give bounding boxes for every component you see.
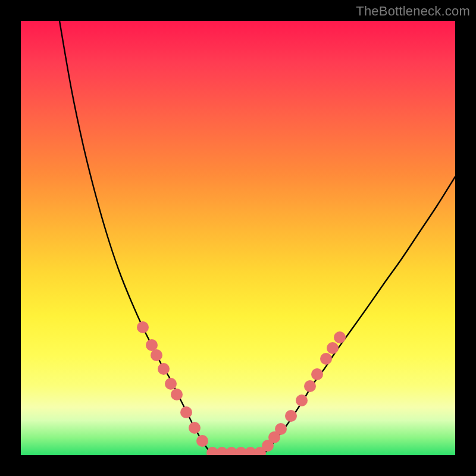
chart-svg <box>21 21 455 455</box>
curve-layer <box>60 21 455 455</box>
outer-frame: TheBottleneck.com <box>0 0 476 476</box>
marker-point <box>158 363 170 375</box>
marker-point <box>146 339 158 351</box>
marker-point <box>137 321 149 333</box>
marker-point <box>275 423 287 435</box>
curve-left-curve <box>60 21 212 455</box>
watermark-text: TheBottleneck.com <box>356 4 470 19</box>
marker-point <box>189 422 201 434</box>
marker-point <box>311 368 323 380</box>
marker-point <box>151 349 162 361</box>
marker-point <box>171 389 183 400</box>
marker-point <box>196 435 208 447</box>
marker-point <box>304 380 316 392</box>
marker-point <box>165 378 177 390</box>
marker-point <box>285 410 297 422</box>
marker-point <box>320 353 332 365</box>
marker-point <box>327 342 339 354</box>
marker-point <box>180 406 192 418</box>
marker-point <box>334 331 346 343</box>
plot-area <box>21 21 455 455</box>
marker-point <box>296 394 308 406</box>
marker-layer <box>137 321 346 455</box>
